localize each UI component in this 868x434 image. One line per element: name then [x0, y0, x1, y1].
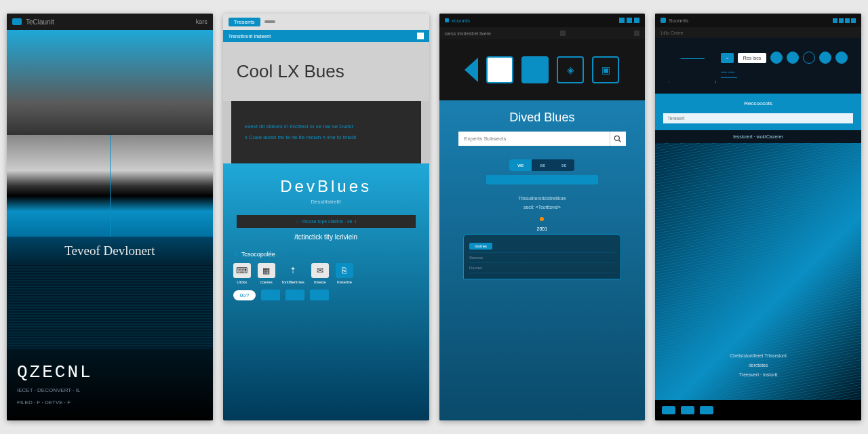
- circle-icon-1[interactable]: [770, 52, 783, 64]
- footer-line-1: IECET · DECONVERT · IL: [17, 387, 203, 395]
- meta-text: lesslorert · woldCazerer: [655, 130, 861, 143]
- pin-icon: [540, 217, 544, 221]
- icon-person[interactable]: ⇡fontflterinres: [282, 263, 304, 284]
- panel-1: TeClaunit kars Teveof Devlonert QZECNL I…: [7, 14, 213, 420]
- year-label: 2001: [537, 226, 548, 231]
- p4-subbar: Ltilo Cntee: [655, 27, 861, 38]
- btn-1[interactable]: [261, 290, 280, 300]
- btn-3[interactable]: [310, 290, 329, 300]
- p4-badge-icon: [660, 18, 666, 23]
- circle-icon-3[interactable]: [803, 52, 815, 64]
- search-icon[interactable]: [610, 132, 626, 146]
- list-row-1[interactable]: Setcres: [469, 253, 615, 263]
- circle-icon-2[interactable]: [787, 52, 799, 64]
- list-row-2[interactable]: Dovres: [469, 263, 615, 273]
- p4-ctrl-4[interactable]: [851, 18, 856, 23]
- p4-ctrl-2[interactable]: [839, 18, 844, 23]
- logo-text: QZECNL: [17, 362, 203, 382]
- wave-text: Cbetststontterel Trtssrstont derctetes T…: [655, 351, 861, 380]
- nav-square-icon[interactable]: [417, 33, 424, 39]
- btn-2[interactable]: [285, 290, 304, 300]
- p4-window-controls: [833, 18, 856, 23]
- page-header: Cool LX Bues: [223, 42, 429, 101]
- gradient-swatch: [7, 135, 213, 237]
- circle-icon-5[interactable]: [835, 52, 848, 64]
- hero-tile-2[interactable]: ▪: [521, 56, 549, 83]
- panel-2: Tresents Trenstbront Insteent Cool LX Bu…: [223, 14, 429, 420]
- tab-ae[interactable]: ae: [532, 159, 553, 171]
- person-icon: ⇡: [284, 263, 302, 278]
- wide-button[interactable]: [486, 175, 597, 184]
- search-input[interactable]: [458, 132, 609, 146]
- foot-btn-2[interactable]: [681, 406, 694, 414]
- grid-icon: ▦: [258, 263, 275, 278]
- hero-tile-3[interactable]: ◈: [557, 56, 584, 83]
- list-row-0[interactable]: Instres: [469, 240, 615, 253]
- icon-mail[interactable]: ✉trisece: [311, 263, 329, 284]
- tab-group: we ae se: [509, 159, 574, 171]
- p4-top-label: Sconnts: [669, 18, 688, 24]
- p3-main: Dived Blues we ae se Tttssoitrersticsttr…: [439, 100, 646, 420]
- circle-icon-4[interactable]: [819, 52, 831, 64]
- bottom-row: 0o?: [233, 290, 419, 300]
- hero-gradient: [7, 30, 213, 135]
- footer-label: ✦ Tcsocopolée: [233, 251, 419, 258]
- chip-row: ▫ Res iscs: [721, 52, 853, 64]
- nav-label: Trenstbront Insteent: [229, 34, 271, 39]
- command-bar: :- · t/tcose tope cilletrei - se -i: [237, 215, 416, 228]
- tab-we[interactable]: we: [509, 159, 532, 171]
- panel1-title: Teveof Devlonert: [7, 237, 213, 265]
- app-title: TeClaunit: [26, 18, 54, 26]
- pill-button[interactable]: 0o?: [233, 290, 256, 300]
- back-arrow-icon[interactable]: [465, 58, 478, 82]
- p3-top-label: xcounts: [452, 18, 471, 24]
- list-box: Instres Setcres Dovres: [463, 234, 621, 279]
- small-text: Tttssoitrersticsttretitore secil: «Tcott…: [518, 195, 566, 212]
- plus-icon[interactable]: ✦: [233, 251, 239, 258]
- icon-copy[interactable]: ⎘Instertre: [336, 263, 353, 284]
- panel-4: Sconnts Ltilo Cntee ▫ Res iscs ━━━ ━━━━━…: [655, 14, 861, 420]
- footer-line-2: FILED · F · DETVE · F: [17, 399, 203, 407]
- code-card: exest dit stilices in tincttest in se na…: [231, 101, 421, 163]
- copy-icon: ⎘: [336, 263, 353, 278]
- path-link[interactable]: /tctinctick tity lcriviein: [233, 233, 419, 241]
- brand-subtitle: Desstttstrett!: [233, 199, 419, 205]
- p4-ctrl-1[interactable]: [833, 18, 837, 23]
- icon-grid[interactable]: ▦coeres: [258, 263, 275, 284]
- scanline-area: [7, 265, 213, 349]
- tab-active[interactable]: Tresents: [229, 18, 260, 26]
- chip-1[interactable]: ▫: [721, 53, 733, 63]
- tab-inactive[interactable]: [264, 20, 275, 23]
- blue-section: DevBlues Desstttstrett! :- · t/tcose top…: [223, 163, 429, 420]
- mail-icon: ✉: [311, 263, 329, 278]
- panel2-footer: ✦ Tcsocopolée ⌨Utcks ▦coeres ⇡fontflteri…: [233, 251, 419, 300]
- hero-tile-1[interactable]: [486, 56, 513, 83]
- band-input[interactable]: [663, 113, 853, 123]
- tabbar: Tresents: [223, 14, 429, 30]
- ctrl-2[interactable]: [627, 18, 632, 23]
- panel-3: xcounts carss Instrestret livere ▪ ◈ ▣ D…: [439, 14, 646, 420]
- foot-btn-3[interactable]: [700, 406, 713, 414]
- ctrl-1[interactable]: [619, 18, 625, 23]
- svg-line-1: [619, 140, 621, 142]
- dot-icon: [445, 18, 449, 22]
- keyboard-icon: ⌨: [233, 263, 251, 278]
- sub-square-icon-2[interactable]: [634, 31, 639, 36]
- p4-ctrl-3[interactable]: [845, 18, 850, 23]
- tab-se[interactable]: se: [553, 159, 574, 171]
- breadcrumb: carss Instrestret livere: [445, 31, 491, 36]
- p3-titlebar: xcounts: [439, 14, 646, 27]
- icon-row: ⌨Utcks ▦coeres ⇡fontflterinres ✉trisece …: [233, 263, 419, 284]
- svg-point-0: [614, 136, 619, 140]
- foot-btn-1[interactable]: [662, 406, 675, 414]
- icon-keyboard[interactable]: ⌨Utcks: [233, 263, 251, 284]
- footer-block: QZECNL IECET · DECONVERT · IL FILED · F …: [7, 349, 213, 420]
- hero-tile-4[interactable]: ▣: [592, 56, 619, 83]
- p4-hero: ▫ Res iscs ━━━ ━━━━━━━━━━━: [655, 38, 861, 94]
- p3-subbar: carss Instrestret livere: [439, 27, 646, 39]
- navbar: Trenstbront Insteent: [223, 30, 429, 42]
- chip-2[interactable]: Res iscs: [738, 53, 766, 63]
- p4-footer: [655, 400, 861, 420]
- ctrl-3[interactable]: [634, 18, 639, 23]
- sub-square-icon[interactable]: [560, 31, 566, 36]
